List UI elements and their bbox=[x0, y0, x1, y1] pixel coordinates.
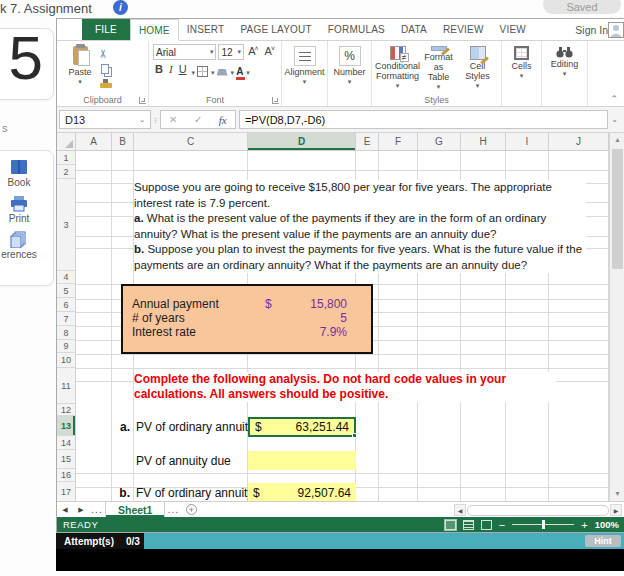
page-break-view-icon[interactable] bbox=[481, 520, 492, 530]
ribbon-tab-formulas[interactable]: FORMULAS bbox=[320, 19, 393, 40]
conditional-formatting-button[interactable]: ≠ Conditional Formatting bbox=[376, 44, 419, 94]
ribbon-tab-page-layout[interactable]: PAGE LAYOUT bbox=[232, 19, 319, 40]
column-header-J[interactable]: J bbox=[549, 133, 609, 151]
copy-button[interactable] bbox=[99, 62, 125, 76]
fill-color-icon[interactable] bbox=[217, 69, 228, 76]
cell-d13-pv-ordinary-annuity[interactable]: $ 63,251.44 bbox=[248, 417, 356, 437]
row-header-7[interactable]: 7 bbox=[57, 312, 76, 326]
row-header-17[interactable]: 17 bbox=[57, 482, 76, 502]
sidebar-item-print[interactable]: Print bbox=[0, 195, 53, 224]
name-box[interactable]: D13 ⌄ bbox=[59, 110, 151, 129]
page-layout-view-icon[interactable] bbox=[463, 520, 474, 530]
select-all-corner[interactable] bbox=[57, 133, 76, 151]
row-header-9[interactable]: 9 bbox=[57, 340, 76, 353]
clipboard-dialog-launcher-icon[interactable] bbox=[139, 97, 146, 104]
formula-input[interactable]: =PV(D8,D7,-D6) bbox=[239, 110, 608, 129]
tab-sheet1[interactable]: Sheet1 bbox=[105, 502, 165, 517]
row-header-11[interactable]: 11 bbox=[57, 368, 76, 404]
cell-d17-fv-ordinary-annuity[interactable]: $ 92,507.64 bbox=[248, 483, 356, 501]
zoom-level[interactable]: 100% bbox=[595, 519, 619, 530]
collapse-ribbon-icon[interactable]: ⌃ bbox=[610, 94, 618, 104]
editing-button[interactable]: Editing bbox=[546, 44, 583, 81]
prev-sheet-icon[interactable]: ◀ bbox=[57, 502, 73, 517]
row-header-3[interactable]: 3 bbox=[57, 179, 76, 271]
scroll-left-icon[interactable]: ◀ bbox=[454, 504, 466, 516]
column-header-E[interactable]: E bbox=[356, 133, 379, 151]
row-header-1[interactable]: 1 bbox=[57, 151, 76, 165]
row-header-6[interactable]: 6 bbox=[57, 298, 76, 312]
zoom-in-button[interactable]: + bbox=[581, 519, 587, 531]
cells-area[interactable]: Suppose you are going to receive $15,800… bbox=[76, 151, 609, 501]
ribbon-tab-data[interactable]: DATA bbox=[393, 19, 435, 40]
cancel-formula-icon[interactable]: ✕ bbox=[169, 114, 177, 125]
insert-function-button[interactable]: fx bbox=[219, 114, 227, 126]
ribbon-tab-file[interactable]: FILE bbox=[82, 19, 130, 40]
ribbon-tab-insert[interactable]: INSERT bbox=[179, 19, 233, 40]
decrease-font-button[interactable]: A bbox=[263, 45, 277, 60]
new-sheet-button[interactable]: + bbox=[181, 502, 201, 517]
italic-button[interactable]: I bbox=[167, 63, 175, 78]
zoom-slider-thumb[interactable] bbox=[542, 520, 545, 529]
font-name-select[interactable]: Arial▾ bbox=[153, 44, 216, 60]
row-header-8[interactable]: 8 bbox=[57, 326, 76, 340]
zoom-out-button[interactable]: − bbox=[499, 519, 505, 531]
info-icon[interactable]: i bbox=[113, 0, 128, 15]
user-avatar-icon[interactable] bbox=[608, 22, 624, 38]
sheet-dots-right[interactable]: ... bbox=[165, 502, 181, 517]
underline-button[interactable]: U bbox=[177, 63, 189, 78]
column-header-G[interactable]: G bbox=[418, 133, 461, 151]
cell-styles-button[interactable]: Cell Styles bbox=[458, 44, 497, 94]
vertical-scrollbar[interactable]: ▲ ▼ bbox=[609, 133, 624, 501]
column-header-H[interactable]: H bbox=[461, 133, 506, 151]
font-size-select[interactable]: 12▾ bbox=[218, 44, 244, 60]
format-as-table-button[interactable]: Format as Table bbox=[419, 44, 458, 94]
row-header-13[interactable]: 13 bbox=[57, 416, 76, 436]
row-header-4[interactable]: 4 bbox=[57, 271, 76, 284]
row-header-16[interactable]: 16 bbox=[57, 469, 76, 482]
paste-button[interactable]: Paste bbox=[61, 44, 99, 94]
column-header-F[interactable]: F bbox=[379, 133, 418, 151]
alignment-button[interactable]: Alignment bbox=[286, 44, 323, 89]
format-painter-button[interactable] bbox=[99, 78, 125, 92]
row-header-10[interactable]: 10 bbox=[57, 353, 76, 368]
cut-button[interactable]: ✂ bbox=[99, 46, 125, 60]
sign-in-button[interactable]: Sign In bbox=[575, 19, 608, 41]
font-color-dropdown-icon[interactable]: ▾ bbox=[246, 69, 250, 77]
column-header-A[interactable]: A bbox=[76, 133, 112, 151]
fill-dropdown-icon[interactable]: ▾ bbox=[231, 69, 235, 77]
row-header-15[interactable]: 15 bbox=[57, 450, 76, 469]
scroll-up-icon[interactable]: ▲ bbox=[610, 133, 624, 147]
font-color-icon[interactable]: A bbox=[236, 66, 243, 77]
vertical-scroll-thumb[interactable] bbox=[612, 149, 623, 269]
sidebar-item-ebook[interactable]: Book bbox=[0, 159, 53, 188]
confirm-formula-icon[interactable]: ✓ bbox=[194, 114, 202, 125]
zoom-slider[interactable] bbox=[512, 524, 574, 525]
column-header-I[interactable]: I bbox=[506, 133, 549, 151]
expand-formula-bar-icon[interactable]: ⌄ bbox=[611, 115, 620, 124]
sidebar-item-references[interactable]: erences bbox=[0, 231, 53, 260]
fill-handle[interactable] bbox=[352, 433, 357, 438]
column-header-B[interactable]: B bbox=[112, 133, 134, 151]
column-header-C[interactable]: C bbox=[134, 133, 248, 151]
normal-view-icon[interactable] bbox=[445, 520, 456, 530]
bold-button[interactable]: B bbox=[153, 63, 165, 78]
ribbon-tab-view[interactable]: VIEW bbox=[492, 19, 534, 40]
increase-font-button[interactable]: A bbox=[246, 45, 260, 60]
sheet-dots-left[interactable]: ... bbox=[89, 502, 105, 517]
scroll-down-icon[interactable]: ▼ bbox=[610, 487, 624, 501]
ribbon-tab-home[interactable]: HOME bbox=[130, 19, 179, 41]
underline-dropdown-icon[interactable]: ▾ bbox=[192, 69, 196, 77]
scroll-right-icon[interactable]: ▶ bbox=[610, 504, 622, 516]
row-header-12[interactable]: 12 bbox=[57, 404, 76, 416]
horizontal-scrollbar[interactable]: ◀ ▶ bbox=[454, 504, 622, 516]
cells-button[interactable]: Cells bbox=[506, 44, 537, 83]
hint-button[interactable]: Hint bbox=[585, 535, 621, 547]
row-header-2[interactable]: 2 bbox=[57, 165, 76, 179]
next-sheet-icon[interactable]: ▶ bbox=[73, 502, 89, 517]
number-format-button[interactable]: % Number bbox=[332, 44, 367, 89]
horizontal-scroll-track[interactable] bbox=[467, 505, 609, 516]
cell-d15-pv-annuity-due[interactable] bbox=[248, 451, 356, 470]
font-dialog-launcher-icon[interactable] bbox=[272, 97, 279, 104]
column-header-D[interactable]: D bbox=[248, 133, 356, 151]
borders-icon[interactable] bbox=[197, 66, 208, 77]
